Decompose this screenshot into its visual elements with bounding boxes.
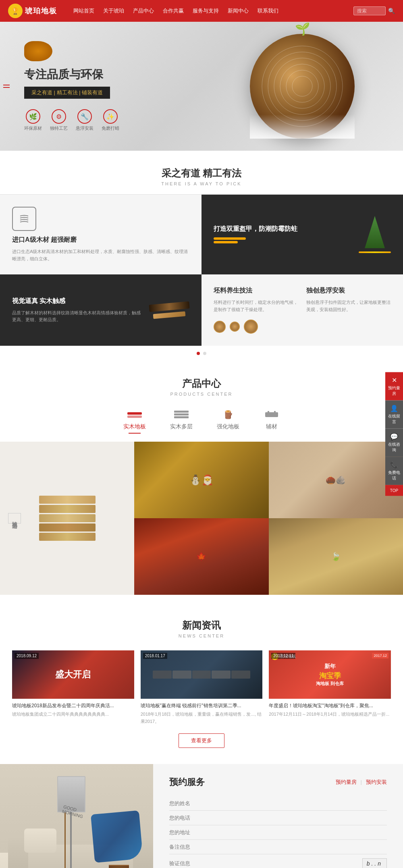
captcha-input[interactable]	[169, 860, 358, 866]
hero-content-right: 🌱	[202, 22, 403, 151]
svg-point-4	[286, 70, 318, 102]
hero-feature-3: 🔧 悬浮安装	[76, 109, 93, 131]
side-float-panel: ✕ 预约量房 👤 在线留言 💬 在线咨询 📞 免费电话 TOP	[385, 372, 403, 496]
news-more-container: 查看更多	[12, 733, 391, 748]
leaf-decoration: 🌱	[295, 22, 310, 36]
address-field-row	[169, 825, 387, 840]
search-area: 🔍	[353, 6, 395, 15]
feature-card-1-text: 进口生态A级木材高清木材的加工和材料处理，水质、耐腐蚀性强、肤感、清晰感、纹理清…	[12, 248, 189, 262]
amber-icon	[24, 41, 52, 61]
reservation-section: GOODMORNING 预约服务 预约量房 | 预约安装	[0, 764, 403, 868]
tab-multilayer[interactable]: 实木多层	[170, 409, 193, 434]
news-grid: 盛大开启 2018.09.12 琥珀地板2018新品发布会暨二十四周年庆典活..…	[12, 650, 391, 725]
side-btn-appointment[interactable]: ✕ 预约量房	[385, 372, 403, 401]
logo-icon: 🏆	[8, 4, 23, 18]
reservation-link-1[interactable]: 预约量房	[336, 779, 357, 786]
product-decoration-3: 🍁	[196, 552, 206, 561]
product-cell-2[interactable]: 🌰🪨	[269, 442, 403, 518]
news-desc-3: 2017年12月11日～2018年1月14日，琥珀地板精选产品一折...	[269, 711, 391, 718]
hero-content-left: 专注品质与环保 采之有道 | 精工有法 | 铺装有道 🌿 环保原材 ⚙ 独特工艺…	[0, 25, 202, 147]
product-main-display[interactable]: 琥珀地板 品质之选	[0, 442, 134, 595]
side-btn-message[interactable]: 👤 在线留言	[385, 401, 403, 429]
hero-subtitle-text: 采之有道 | 精工有法 | 铺装有道	[31, 89, 103, 96]
side-btn-phone[interactable]: 📞 免费电话	[385, 457, 403, 485]
svg-rect-8	[174, 411, 189, 413]
reservation-link-2[interactable]: 预约安装	[366, 779, 387, 786]
hero-feature-label-3: 悬浮安装	[76, 125, 93, 131]
name-field-row	[169, 796, 387, 811]
side-btn-chat[interactable]: 💬 在线咨询	[385, 429, 403, 457]
product-brand-text: 琥珀地板 品质之选	[8, 513, 21, 524]
dot-2[interactable]	[203, 352, 206, 355]
nav-news[interactable]: 新闻中心	[228, 7, 249, 15]
svg-point-5	[292, 76, 312, 96]
news-img-1: 盛大开启 2018.09.12	[12, 650, 134, 699]
tab-accessories[interactable]: 辅材	[264, 409, 280, 434]
news-img-3: 新年 淘宝季 淘地板 到仓库 🏆 琥珀地板 2017.12 2017.12.11	[269, 650, 391, 699]
search-input[interactable]	[353, 6, 386, 15]
phone-icon: 📞	[390, 461, 398, 469]
cloud-bg	[250, 114, 355, 139]
search-button[interactable]: 🔍	[388, 8, 395, 14]
sofa-scene: GOODMORNING	[0, 764, 153, 868]
products-section: 产品中心 PRODUCTS CENTER 实木地板 实木多层 🪵 强化地板 辅材	[0, 361, 403, 603]
notes-field-row	[169, 840, 387, 854]
multilayer-icon	[173, 409, 189, 421]
nav-about[interactable]: 关于琥珀	[103, 7, 124, 15]
news-card-1[interactable]: 盛大开启 2018.09.12 琥珀地板2018新品发布会暨二十四周年庆典活..…	[12, 650, 134, 725]
nav-coop[interactable]: 合作共赢	[163, 7, 184, 15]
wood-logs	[214, 320, 391, 334]
product-cell-3[interactable]: 🍁	[134, 518, 268, 595]
nav-service[interactable]: 服务与支持	[193, 7, 219, 15]
tab-laminate-label: 强化地板	[217, 423, 239, 430]
product-tabs: 实木地板 实木多层 🪵 强化地板 辅材	[0, 405, 403, 442]
news-title-en: NEWS CENTER	[12, 633, 391, 638]
news-title-1: 琥珀地板2018新品发布会暨二十四周年庆典活...	[12, 699, 134, 711]
feature-card-4-text2: 独创悬浮子扣件固定方式，让家地板更整洁美观，安装稳固性好。	[306, 299, 391, 313]
name-input[interactable]	[169, 800, 387, 806]
dot-1[interactable]	[197, 352, 200, 355]
product-cell-4[interactable]: 🍃	[269, 518, 403, 595]
feature-card-4-text: 坯料进行了长时间打，稳定水分的地气候，是制作了很稳了干燥处理。	[214, 299, 298, 313]
logo[interactable]: 🏆 琥珀地板	[8, 4, 57, 18]
svg-rect-12	[268, 411, 269, 413]
product-decoration-4: 🍃	[331, 552, 341, 561]
craft-section: 采之有道 精工有法 THERE IS A WAY TO PICK 进口A级木材 …	[0, 151, 403, 361]
news-date-1: 2018.09.12	[15, 653, 39, 659]
glow-bar	[359, 251, 391, 253]
news-card-2[interactable]: 2018.01.17 琥珀地板"赢在终端 锐感前行"销售培训第二季... 201…	[141, 650, 263, 725]
news-more-button[interactable]: 查看更多	[179, 733, 224, 748]
captcha-image: b..n	[362, 858, 387, 868]
wood-circle-img: 🌱	[250, 34, 355, 139]
tab-solid-wood[interactable]: 实木地板	[123, 409, 146, 434]
address-input[interactable]	[169, 829, 387, 835]
news-date-3: 2017.12.11	[271, 653, 295, 659]
nav-products[interactable]: 产品中心	[133, 7, 154, 15]
side-btn-chat-label: 在线咨询	[387, 442, 401, 453]
main-nav: 网站首页 关于琥珀 产品中心 合作共赢 服务与支持 新闻中心 联系我们	[73, 7, 278, 15]
nav-contact[interactable]: 联系我们	[258, 7, 278, 15]
tab-laminate[interactable]: 🪵 强化地板	[217, 409, 239, 434]
phone-field-row	[169, 811, 387, 825]
feature-card-4: 坯料养生技法 坯料进行了长时间打，稳定水分的地气候，是制作了很稳了干燥处理。 独…	[202, 274, 403, 346]
nav-home[interactable]: 网站首页	[73, 7, 94, 15]
news-card-3[interactable]: 新年 淘宝季 淘地板 到仓库 🏆 琥珀地板 2017.12 2017.12.11…	[269, 650, 391, 725]
tree-graphic	[365, 216, 385, 248]
news-header: 新闻资讯 NEWS CENTER	[12, 603, 391, 646]
product-cell-1[interactable]: ⛄🎅	[134, 442, 268, 518]
notes-input[interactable]	[169, 844, 387, 850]
back-to-top-button[interactable]: TOP	[385, 485, 403, 496]
news-headline-1: 盛大开启	[55, 669, 91, 681]
svg-rect-6	[127, 412, 142, 415]
hero-title: 专注品质与环保	[24, 67, 177, 82]
basket	[109, 865, 129, 868]
phone-input[interactable]	[169, 815, 387, 821]
features-grid: 进口A级木材 超强耐磨 进口生态A级木材高清木材的加工和材料处理，水质、耐腐蚀性…	[0, 194, 403, 346]
svg-rect-13	[274, 411, 276, 413]
cushion	[24, 829, 56, 853]
products-title-en: PRODUCTS CENTER	[0, 392, 403, 397]
feature-card-3-text: 品质了解木材的材料选择纹路清晰显色木材高情感体验材质，触感更高、更细、更耐品质。	[12, 309, 143, 324]
solid-wood-icon	[127, 409, 143, 421]
feature-card-2-title: 打造双重盔甲，防潮防霉防蛀	[214, 225, 297, 233]
craft-header: 采之有道 精工有法 THERE IS A WAY TO PICK	[0, 151, 403, 194]
